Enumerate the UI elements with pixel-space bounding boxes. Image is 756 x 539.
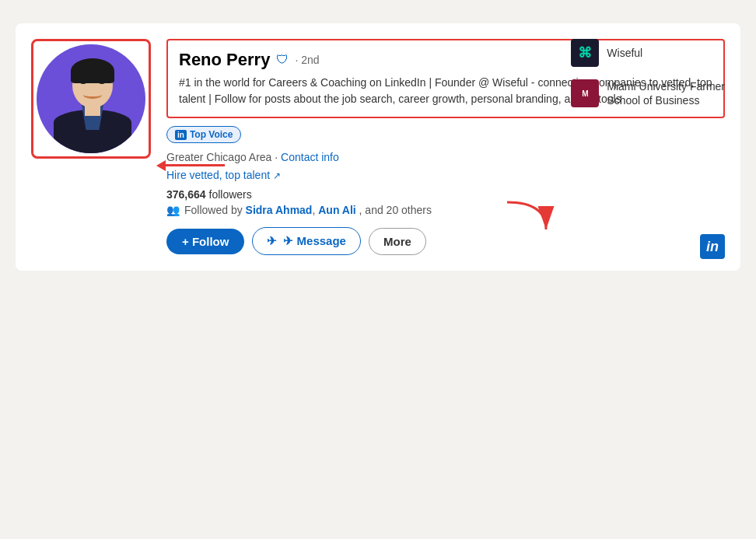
external-link-icon: ↗ — [273, 170, 281, 181]
arrow-line — [163, 164, 225, 166]
sidebar-info: ⌘ Wiseful M Miami University Farmer Scho… — [571, 39, 725, 107]
arrow-head-left — [156, 160, 166, 171]
message-label: ✈ Message — [283, 234, 346, 248]
sidebar-company1: ⌘ Wiseful — [571, 39, 725, 67]
followed-name-1[interactable]: Sidra Ahmad — [246, 204, 313, 216]
followed-name-2[interactable]: Aun Ali — [318, 204, 355, 216]
website-row: Hire vetted, top talent ↗ — [166, 168, 725, 182]
message-button[interactable]: ✈ ✈ Message — [252, 227, 361, 255]
message-icon: ✈ — [267, 234, 277, 248]
top-voice-badge: in Top Voice — [166, 126, 241, 143]
avatar-wrapper — [31, 39, 151, 159]
linkedin-icon-small: in — [175, 130, 187, 140]
avatar — [37, 44, 145, 153]
arrow-svg — [499, 194, 562, 241]
miami-logo-inner: M — [571, 79, 599, 107]
avatar-border — [31, 39, 151, 159]
followers-label: followers — [209, 188, 252, 201]
followed-names: Sidra Ahmad, Aun Ali — [246, 204, 359, 216]
sidebar-company2: M Miami University Farmer School of Busi… — [571, 79, 725, 107]
top-voice-label: Top Voice — [190, 129, 233, 140]
website-link[interactable]: Hire vetted, top talent ↗ — [166, 169, 281, 181]
page-wrapper: Featured in: BUSINESS INSIDER FAST⊕COMPA… — [16, 16, 740, 271]
profile-name: Reno Perry — [179, 50, 270, 70]
followed-by-text: Followed by Sidra Ahmad, Aun Ali , and 2… — [184, 204, 432, 216]
followed-by-suffix: , and 20 others — [359, 204, 432, 216]
followers-row: 376,664 followers — [166, 188, 725, 201]
arrow-indicator — [163, 164, 225, 166]
location-row: Greater Chicago Area · Contact info — [166, 151, 725, 163]
degree-badge: · 2nd — [295, 54, 319, 66]
actions-row: + Follow ✈ ✈ Message More — [166, 227, 725, 255]
hair — [71, 58, 114, 83]
profile-card: ⌘ Wiseful M Miami University Farmer Scho… — [16, 23, 740, 271]
arrow-to-company — [499, 194, 562, 244]
miami-logo: M — [571, 79, 599, 107]
wiseful-name: Wiseful — [607, 46, 642, 60]
contact-info-link[interactable]: Contact info — [281, 151, 339, 163]
follow-button[interactable]: + Follow — [166, 229, 244, 254]
followers-count: 376,664 — [166, 188, 206, 201]
linkedin-in-badge: in — [700, 239, 725, 255]
wiseful-logo: ⌘ — [571, 39, 599, 67]
miami-name: Miami University Farmer School of Busine… — [607, 79, 725, 107]
followed-by-row: 👥 Followed by Sidra Ahmad, Aun Ali , and… — [166, 204, 725, 216]
people-icon: 👥 — [166, 204, 180, 216]
avatar-illustration — [37, 44, 145, 153]
in-icon: in — [700, 234, 725, 259]
verified-icon: 🛡 — [276, 53, 289, 67]
location-text: Greater Chicago Area — [166, 151, 271, 163]
more-button[interactable]: More — [369, 228, 426, 255]
